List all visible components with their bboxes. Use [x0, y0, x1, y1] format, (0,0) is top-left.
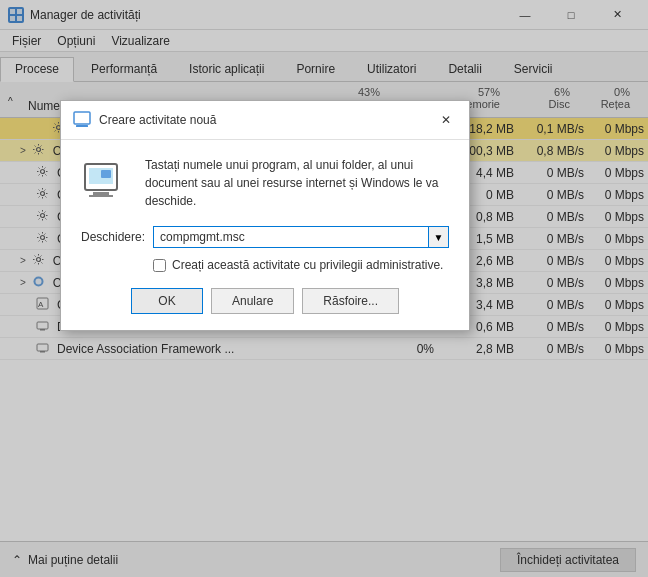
- dialog-title-left: Creare activitate nouă: [73, 111, 216, 129]
- dialog-checkbox-row: Creați această activitate cu privilegii …: [81, 258, 449, 272]
- create-task-dialog: Creare activitate nouă ✕: [60, 100, 470, 331]
- dialog-description-row: Tastați numele unui program, al unui fol…: [81, 156, 449, 210]
- dialog-input-container: ▼: [153, 226, 449, 248]
- dialog-title: Creare activitate nouă: [99, 113, 216, 127]
- svg-rect-25: [101, 170, 111, 178]
- dialog-body: Tastați numele unui program, al unui fol…: [61, 140, 469, 330]
- dialog-field-label: Deschidere:: [81, 230, 145, 244]
- admin-privileges-checkbox[interactable]: [153, 259, 166, 272]
- main-wrapper: Manager de activități — □ ✕ Fișier Opțiu…: [0, 0, 648, 577]
- cancel-button[interactable]: Anulare: [211, 288, 294, 314]
- svg-rect-20: [76, 125, 88, 127]
- svg-rect-23: [93, 192, 109, 195]
- dialog-dropdown-button[interactable]: ▼: [429, 226, 449, 248]
- svg-rect-19: [74, 112, 90, 124]
- svg-rect-24: [89, 195, 113, 197]
- browse-button[interactable]: Răsfoire...: [302, 288, 399, 314]
- dialog-close-button[interactable]: ✕: [435, 109, 457, 131]
- dialog-buttons: OK Anulare Răsfoire...: [81, 288, 449, 318]
- ok-button[interactable]: OK: [131, 288, 203, 314]
- dialog-description: Tastați numele unui program, al unui fol…: [145, 156, 449, 210]
- dialog-big-icon: [81, 156, 129, 204]
- dialog-open-input[interactable]: [153, 226, 429, 248]
- dialog-field-row: Deschidere: ▼: [81, 226, 449, 248]
- dialog-icon: [73, 111, 91, 129]
- dialog-overlay: Creare activitate nouă ✕: [0, 0, 648, 577]
- dialog-titlebar: Creare activitate nouă ✕: [61, 101, 469, 140]
- admin-privileges-label: Creați această activitate cu privilegii …: [172, 258, 443, 272]
